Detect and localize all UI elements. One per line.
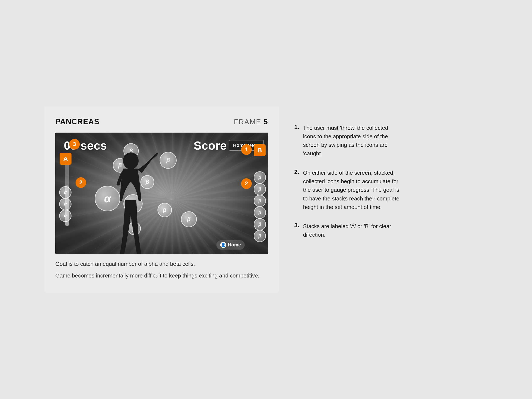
left-stack-label: A [60,153,71,165]
instruction-num-2: 2. [291,169,299,175]
page-title: PANCREAS [55,117,99,126]
instruction-text-3: Stacks are labeled 'A' or 'B' for clear … [303,222,402,239]
instruction-num-1: 1. [291,124,299,130]
person-icon: 👤 [220,242,226,248]
svg-line-12 [171,196,258,199]
page-container: PANCREAS FRAME 5 [32,94,500,305]
right-stack-label: B [254,144,266,156]
right-panel: 1. The user must 'throw' the collected i… [291,107,402,250]
left-stack: 3 A 2 α α α [57,133,75,254]
stacked-beta-2: β [254,183,266,195]
right-badge-top: 1 [241,144,252,155]
stacked-alpha-3: α [59,210,71,222]
home-btn-label: Home [228,242,241,248]
caption-2: Game becomes incrementally more difficul… [55,272,268,280]
stacked-alpha-2: α [59,198,71,210]
frame-label: FRAME 5 [234,118,268,126]
svg-line-17 [171,199,215,254]
instruction-list: 1. The user must 'throw' the collected i… [291,124,402,239]
left-badge-mid: 2 [76,177,86,188]
instruction-item-2: 2. On either side of the screen, stacked… [291,169,402,211]
instruction-item-1: 1. The user must 'throw' the collected i… [291,124,402,158]
stacked-beta-3: β [254,195,266,207]
left-badge-top: 3 [69,139,80,150]
stacked-beta-5: β [254,218,266,230]
stacked-alpha-1: α [59,186,71,199]
left-panel: PANCREAS FRAME 5 [45,107,279,293]
instruction-text-2: On either side of the screen, stacked, c… [303,169,402,211]
stacked-beta-6: β [254,230,266,242]
right-badge-mid: 2 [241,178,252,189]
player-silhouette [98,147,166,254]
svg-point-29 [123,152,139,169]
score-label: Score [194,139,227,152]
stacked-beta-4: β [254,206,266,219]
game-screen: 03 secs Score Home Menu β β β β β β β α … [55,133,268,254]
right-stack: B 1 2 β β β β β β [248,133,268,254]
beta-cell-4: β [181,211,197,227]
instruction-text-1: The user must 'throw' the collected icon… [303,124,402,158]
stacked-beta-1: β [254,171,266,184]
home-button-bottom[interactable]: 👤 Home [216,240,245,250]
frame-header: PANCREAS FRAME 5 [55,117,268,126]
instruction-num-3: 3. [291,222,299,229]
caption-1: Goal is to catch an equal number of alph… [55,260,268,268]
instruction-item-3: 3. Stacks are labeled 'A' or 'B' for cle… [291,222,402,239]
